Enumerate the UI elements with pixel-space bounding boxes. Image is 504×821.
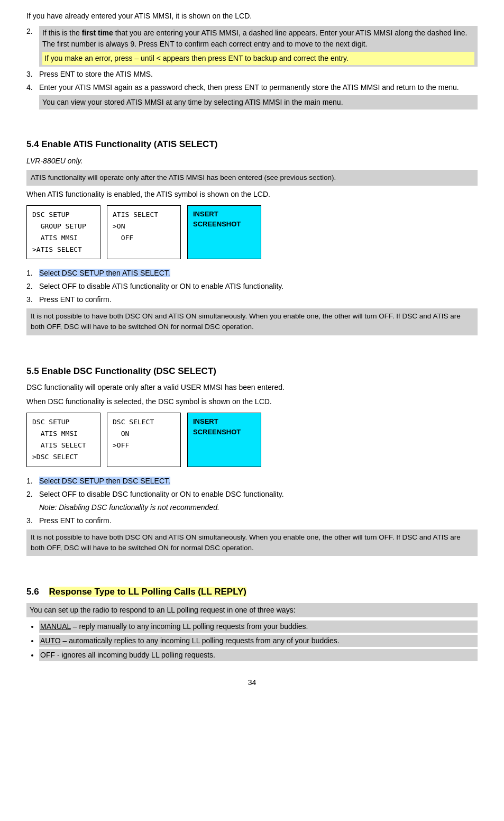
section-5-6-title: Response Type to LL Polling Calls (LL RE… — [49, 587, 246, 597]
s55-step2-num: 2. — [26, 489, 39, 500]
lcd-5-4-box2-line1: ATIS SELECT — [113, 209, 175, 221]
item2-block: If this is the first time that you are e… — [39, 26, 478, 67]
lcd-5-5-box1-line1: DSC SETUP — [32, 416, 95, 428]
item2-gray-sub: If you make an error, press – until < ap… — [42, 52, 474, 65]
section-5-5-intro1: DSC functionality will operate only afte… — [26, 382, 478, 393]
s55-step1-num: 1. — [26, 476, 39, 487]
item2-number: 2. — [26, 26, 39, 67]
bullet1-rest: – reply manually to any incoming LL poll… — [71, 622, 308, 631]
intro-paragraph: If you have already entered your ATIS MM… — [26, 11, 478, 22]
lcd-tables-5-5: DSC SETUP ATIS MMSI ATIS SELECT >DSC SEL… — [26, 413, 478, 467]
lcd-5-4-box2-line3: OFF — [113, 232, 175, 244]
bullet1-underline: MANUAL — [40, 622, 71, 631]
item3-text: Press ENT to store the ATIS MMS. — [39, 69, 153, 80]
section-5-6-number: 5.6 — [26, 587, 39, 597]
lcd-5-5-box1-line3: ATIS SELECT — [32, 440, 95, 451]
s55-step3-num: 3. — [26, 515, 39, 526]
lcd-5-5-box2-line1: DSC SELECT — [113, 416, 175, 428]
section-5-5-intro2: When DSC functionality is selected, the … — [26, 396, 478, 407]
item3-number: 3. — [26, 69, 39, 80]
s55-note: Note: Disabling DSC functionality is not… — [39, 502, 478, 513]
lcd-5-4-box1-line2: GROUP SETUP — [32, 221, 95, 232]
section-5-4-intro: When ATIS functionality is enabled, the … — [26, 189, 478, 200]
s54-step2-num: 2. — [26, 281, 39, 292]
bullet2-underline: AUTO — [40, 636, 61, 645]
lcd-5-4-box1: DSC SETUP GROUP SETUP ATIS MMSI >ATIS SE… — [26, 205, 100, 259]
lcd-5-5-box1: DSC SETUP ATIS MMSI ATIS SELECT >DSC SEL… — [26, 413, 100, 467]
section-5-6-heading: 5.6 Response Type to LL Polling Calls (L… — [26, 585, 478, 599]
page-number: 34 — [26, 677, 478, 688]
section-5-5-heading: 5.5 Enable DSC Functionality (DSC SELECT… — [26, 364, 478, 378]
lcd-tables-5-4: DSC SETUP GROUP SETUP ATIS MMSI >ATIS SE… — [26, 205, 478, 259]
item4-text: Enter your ATIS MMSI again as a password… — [39, 83, 459, 92]
lcd-5-5-box2: DSC SELECT ON >OFF — [107, 413, 181, 467]
lcd-5-4-box1-line4: >ATIS SELECT — [32, 244, 95, 256]
lcd-5-4-box1-line3: ATIS MMSI — [32, 232, 95, 244]
s54-step1-text: Select DSC SETUP then ATIS SELECT. — [39, 268, 170, 279]
item2-bold: first time — [82, 29, 113, 37]
item4-number: 4. — [26, 82, 39, 110]
s54-step1-highlight: Select DSC SETUP then ATIS SELECT. — [39, 269, 170, 277]
lcd-5-5-box1-line4: >DSC SELECT — [32, 451, 95, 463]
section-5-6-bullet2: AUTO – automatically replies to any inco… — [39, 635, 478, 647]
lcd-5-5-box1-line2: ATIS MMSI — [32, 428, 95, 440]
bullet2-rest: – automatically replies to any incoming … — [61, 636, 340, 645]
item4-block: Enter your ATIS MMSI again as a password… — [39, 82, 478, 110]
s55-step1-highlight: Select DSC SETUP then DSC SELECT. — [39, 477, 170, 485]
section-5-4-info: ATIS functionality will operate only aft… — [26, 170, 478, 186]
s54-step1-num: 1. — [26, 268, 39, 279]
lcd-5-4-box2: ATIS SELECT >ON OFF — [107, 205, 181, 259]
s55-step2-text: Select OFF to disable DSC functionality … — [39, 489, 284, 500]
section-5-6-list: MANUAL – reply manually to any incoming … — [39, 621, 478, 661]
section-5-4-warning: It is not possible to have both DSC ON a… — [26, 308, 478, 335]
s54-step3-text: Press ENT to confirm. — [39, 294, 112, 305]
section-5-4-heading: 5.4 Enable ATIS Functionality (ATIS SELE… — [26, 138, 478, 151]
section-5-5-warning: It is not possible to have both DSC ON a… — [26, 530, 478, 557]
lcd-5-5-box2-line3: >OFF — [113, 440, 175, 451]
s54-step3-num: 3. — [26, 294, 39, 305]
section-5-4-note: LVR-880EU only. — [26, 156, 478, 167]
s55-step3-text: Press ENT to confirm. — [39, 515, 112, 526]
lcd-5-4-box1-line1: DSC SETUP — [32, 209, 95, 221]
lcd-5-4-box2-line2: >ON — [113, 221, 175, 232]
lcd-5-5-box2-line2: ON — [113, 428, 175, 440]
s54-step2-text: Select OFF to disable ATIS functionality… — [39, 281, 283, 292]
section-5-6-intro: You can set up the radio to respond to a… — [26, 603, 478, 617]
item4-gray-box: You can view your stored ATIS MMSI at an… — [39, 95, 478, 110]
bullet3-text: OFF - ignores all incoming buddy LL poll… — [40, 651, 215, 659]
section-5-6-bullet1: MANUAL – reply manually to any incoming … — [39, 621, 478, 633]
s55-step1-text: Select DSC SETUP then DSC SELECT. — [39, 476, 170, 487]
section-5-6-bullet3: OFF - ignores all incoming buddy LL poll… — [39, 649, 478, 661]
lcd-5-4-box3-insert: INSERTSCREENSHOT — [187, 205, 261, 259]
lcd-5-5-box3-insert: INSERTSCREENSHOT — [187, 413, 261, 467]
item2-prefix: If this is the — [42, 29, 82, 37]
